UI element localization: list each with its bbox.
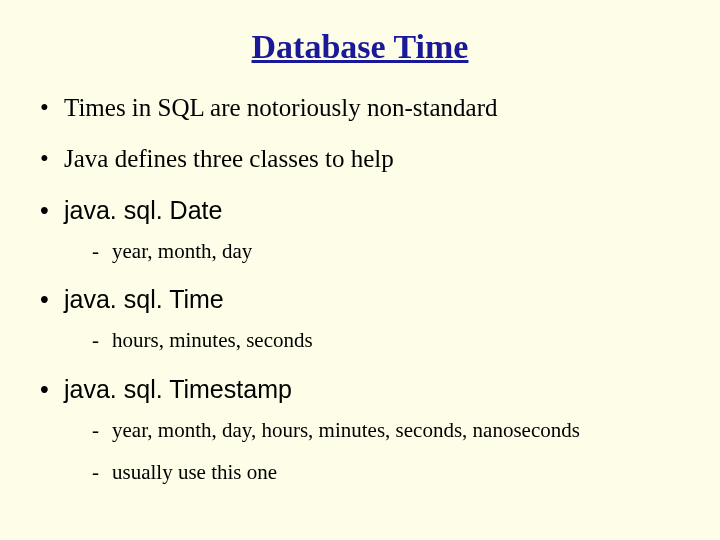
sub-bullet-item: hours, minutes, seconds (92, 327, 690, 353)
bullet-item: Times in SQL are notoriously non-standar… (30, 92, 690, 123)
bullet-text: Java defines three classes to help (64, 145, 394, 172)
sub-bullet-list: year, month, day (92, 238, 690, 264)
bullet-item: java. sql. Date year, month, day (30, 195, 690, 265)
sub-bullet-list: hours, minutes, seconds (92, 327, 690, 353)
bullet-item: java. sql. Time hours, minutes, seconds (30, 284, 690, 354)
sub-bullet-item: usually use this one (92, 459, 690, 485)
slide-title: Database Time (30, 28, 690, 66)
bullet-text: java. sql. Timestamp (64, 375, 292, 403)
slide: Database Time Times in SQL are notorious… (0, 0, 720, 540)
bullet-item: Java defines three classes to help (30, 143, 690, 174)
sub-bullet-list: year, month, day, hours, minutes, second… (92, 417, 690, 486)
sub-bullet-item: year, month, day, hours, minutes, second… (92, 417, 690, 443)
bullet-list: Times in SQL are notoriously non-standar… (30, 92, 690, 485)
bullet-text: java. sql. Time (64, 285, 224, 313)
bullet-text: Times in SQL are notoriously non-standar… (64, 94, 498, 121)
bullet-item: java. sql. Timestamp year, month, day, h… (30, 374, 690, 486)
sub-bullet-item: year, month, day (92, 238, 690, 264)
bullet-text: java. sql. Date (64, 196, 222, 224)
